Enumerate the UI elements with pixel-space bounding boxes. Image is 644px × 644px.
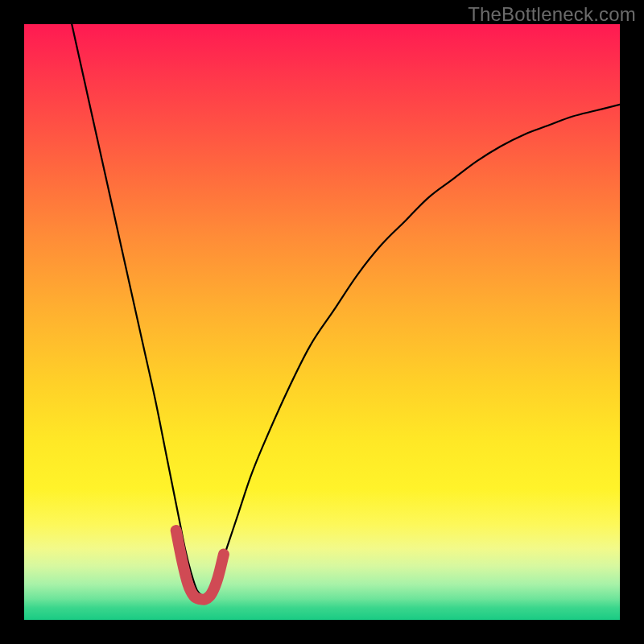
watermark-text: TheBottleneck.com (468, 3, 636, 26)
outer-black-frame: TheBottleneck.com (0, 0, 644, 644)
valley-highlight (176, 530, 224, 600)
curve-layer (24, 24, 620, 620)
plot-area (24, 24, 620, 620)
bottleneck-curve (72, 24, 620, 597)
